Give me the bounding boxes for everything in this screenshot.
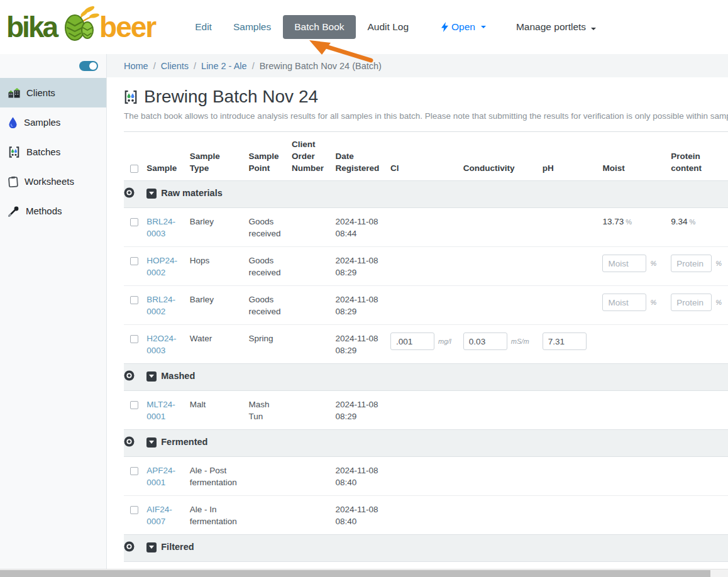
- sidebar-item-batches[interactable]: Batches: [0, 137, 106, 167]
- select-all-checkbox[interactable]: [130, 165, 138, 173]
- col-sample-point: Sample Point: [248, 132, 291, 181]
- main-nav: Edit Samples Batch Book Audit Log Open M…: [185, 15, 605, 39]
- bika-beer-logo[interactable]: bika: [6, 9, 155, 45]
- unit-label: %: [715, 258, 722, 270]
- row-checkbox[interactable]: [130, 401, 138, 409]
- col-date-registered: Date Registered: [335, 132, 390, 181]
- hops-wheat-icon: [58, 5, 99, 45]
- sample-point-cell: [248, 457, 291, 496]
- protein-input[interactable]: [671, 294, 712, 311]
- app-window: bika: [0, 0, 728, 577]
- date-registered-cell: 2024-11-08 08:40: [335, 496, 390, 535]
- client-order-cell: [292, 325, 336, 364]
- unit-label: %: [650, 297, 656, 309]
- row-checkbox[interactable]: [130, 218, 138, 226]
- sample-link[interactable]: BRL24-0002: [146, 295, 175, 316]
- sample-point-cell: Goods received: [248, 286, 291, 325]
- protein-result-cell: 9.34%: [671, 208, 728, 247]
- sample-link[interactable]: APF24-0001: [146, 466, 175, 487]
- sample-link[interactable]: MLT24-0001: [146, 400, 175, 421]
- category-collapse-icon[interactable]: [146, 189, 157, 199]
- drop-icon: [8, 117, 18, 128]
- client-order-cell: [292, 247, 336, 286]
- client-order-cell: [292, 496, 336, 535]
- client-order-cell: [292, 286, 336, 325]
- page-title: Brewing Batch Nov 24: [144, 87, 318, 107]
- client-order-cell: [292, 391, 336, 430]
- category-row-filtered: Filtered: [124, 535, 728, 562]
- collapse-all-icon[interactable]: [124, 187, 135, 198]
- sample-type-cell: Water: [190, 325, 249, 364]
- page-title-row: Brewing Batch Nov 24: [124, 87, 728, 107]
- clipboard-icon: [8, 176, 18, 187]
- category-row-fermented: Fermented: [124, 430, 728, 457]
- client-order-cell: [292, 208, 336, 247]
- sample-link[interactable]: BRL24-0003: [146, 217, 175, 238]
- sample-type-cell: Hops: [190, 247, 249, 286]
- date-registered-cell: 2024-11-08 08:29: [335, 325, 390, 364]
- collapse-all-icon[interactable]: [124, 370, 135, 381]
- sidebar-item-worksheets[interactable]: Worksheets: [0, 167, 106, 196]
- open-dropdown[interactable]: Open: [432, 16, 495, 38]
- category-label: Mashed: [161, 370, 195, 382]
- horizontal-scrollbar: [0, 569, 728, 577]
- nav-audit-log[interactable]: Audit Log: [358, 16, 419, 38]
- col-cl: Cl: [390, 132, 463, 181]
- unit-label: %: [650, 258, 656, 270]
- sample-link[interactable]: H2O24-0003: [146, 334, 176, 355]
- toggle-knob: [89, 62, 97, 70]
- moist-result-cell: 13.73%: [602, 208, 671, 247]
- moist-input[interactable]: [602, 255, 646, 272]
- sidebar-item-samples[interactable]: Samples: [0, 107, 106, 137]
- table-row: H2O24-0003 Water Spring 2024-11-08 08:29…: [124, 325, 728, 364]
- sample-point-cell: Goods received: [248, 247, 291, 286]
- conductivity-input[interactable]: [463, 332, 507, 350]
- nav-edit[interactable]: Edit: [185, 16, 221, 38]
- breadcrumb-line2-ale[interactable]: Line 2 - Ale: [201, 61, 247, 71]
- breadcrumb-home[interactable]: Home: [124, 61, 148, 71]
- collapse-all-icon[interactable]: [124, 541, 135, 552]
- category-row-raw-materials: Raw materials: [124, 181, 728, 208]
- table-row: AIF24-0007 Ale - In fermentation 2024-11…: [124, 496, 728, 535]
- batch-book-table: Sample Sample Type Sample Point Client O…: [124, 131, 728, 577]
- breadcrumb: Home / Clients / Line 2 - Ale / Brewing …: [107, 54, 728, 77]
- sample-type-cell: Barley: [190, 208, 249, 247]
- batches-icon: [8, 146, 20, 158]
- collapse-all-icon[interactable]: [124, 436, 135, 447]
- sidebar-item-methods[interactable]: Methods: [0, 196, 106, 226]
- category-collapse-icon[interactable]: [146, 542, 157, 552]
- breadcrumb-clients[interactable]: Clients: [161, 61, 189, 71]
- moist-input[interactable]: [602, 294, 646, 311]
- ph-input[interactable]: [543, 332, 587, 350]
- category-collapse-icon[interactable]: [146, 437, 157, 448]
- horizontal-scrollbar-thumb[interactable]: [0, 570, 710, 577]
- row-checkbox[interactable]: [130, 335, 138, 343]
- unit-label: %: [715, 297, 722, 309]
- row-checkbox[interactable]: [130, 467, 138, 475]
- nav-samples[interactable]: Samples: [224, 16, 280, 38]
- table-row: MLT24-0001 Malt Mash Tun 2024-11-08 08:2…: [124, 391, 728, 430]
- date-registered-cell: 2024-11-08 08:29: [335, 247, 390, 286]
- row-checkbox[interactable]: [130, 296, 138, 304]
- col-conductivity: Conductivity: [463, 132, 543, 181]
- sidebar-item-clients[interactable]: Clients: [0, 78, 106, 107]
- sidebar-item-label: Methods: [26, 206, 62, 216]
- sidebar-collapse-toggle[interactable]: [79, 61, 98, 71]
- sample-link[interactable]: AIF24-0007: [146, 505, 172, 526]
- sample-point-cell: Spring: [248, 325, 291, 364]
- category-collapse-icon[interactable]: [146, 371, 157, 382]
- sidebar-item-label: Worksheets: [25, 176, 74, 187]
- manage-portlets-dropdown[interactable]: Manage portlets: [507, 16, 605, 38]
- row-checkbox[interactable]: [130, 257, 138, 265]
- sample-type-cell: Ale - In fermentation: [190, 496, 249, 535]
- unit-label: mS/m: [511, 336, 529, 348]
- logo-text-beer: beer: [99, 13, 155, 41]
- sample-link[interactable]: HOP24-0002: [146, 256, 177, 277]
- open-dropdown-label: Open: [451, 21, 475, 33]
- nav-batch-book[interactable]: Batch Book: [283, 15, 355, 39]
- row-checkbox[interactable]: [130, 506, 138, 514]
- cl-input[interactable]: [390, 332, 434, 350]
- unit-label: mg/l: [438, 336, 451, 348]
- protein-input[interactable]: [671, 255, 712, 272]
- lightning-icon: [441, 22, 448, 32]
